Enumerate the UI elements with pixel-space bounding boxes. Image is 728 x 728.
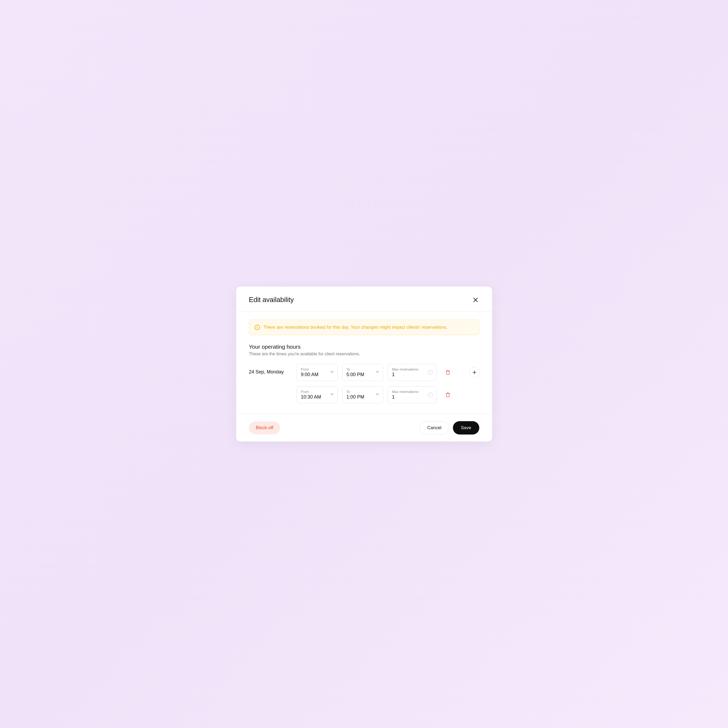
close-button[interactable] [472, 296, 479, 304]
edit-availability-modal: Edit availability There are reservations… [236, 286, 492, 442]
delete-row-button[interactable] [443, 368, 453, 377]
to-value: 1:00 PM [347, 394, 364, 399]
time-rows: From 9:00 AM To 5:00 PM Ma [297, 364, 480, 403]
field-label: From [301, 390, 333, 394]
info-icon [255, 325, 260, 330]
modal-footer: Block-off Cancel Save [236, 414, 492, 442]
section-subtitle: These are the times you're available for… [249, 352, 479, 356]
hours-container: 24 Sep, Monday From 9:00 AM To 5:00 PM [249, 364, 479, 403]
max-reservations-input[interactable]: Max revervations 1 [388, 364, 437, 381]
modal-header: Edit availability [236, 286, 492, 312]
delete-row-button[interactable] [443, 390, 453, 399]
footer-actions: Cancel Save [419, 421, 479, 434]
max-reservations-input[interactable]: Max revervations 1 [388, 386, 437, 403]
trash-icon [446, 370, 450, 375]
trash-icon [446, 392, 450, 397]
max-value: 1 [392, 372, 395, 377]
max-value: 1 [392, 394, 395, 399]
cancel-button[interactable]: Cancel [419, 421, 449, 434]
field-label: To [347, 367, 379, 371]
field-label: To [347, 390, 379, 394]
chevron-down-icon [376, 392, 379, 397]
to-select[interactable]: To 1:00 PM [342, 386, 383, 403]
add-row-button[interactable] [469, 367, 480, 378]
to-select[interactable]: To 5:00 PM [342, 364, 383, 381]
modal-title: Edit availability [249, 296, 294, 304]
warning-text: There are reservations booked for this d… [264, 325, 448, 330]
modal-body: There are reservations booked for this d… [236, 312, 492, 414]
field-label: Max revervations [392, 390, 432, 394]
from-value: 10:30 AM [301, 394, 321, 399]
date-label: 24 Sep, Monday [249, 364, 286, 375]
help-icon[interactable] [428, 392, 433, 397]
save-button[interactable]: Save [453, 421, 479, 434]
chevron-down-icon [376, 370, 379, 375]
from-select[interactable]: From 10:30 AM [297, 386, 338, 403]
time-row: From 10:30 AM To 1:00 PM M [297, 386, 480, 403]
chevron-down-icon [330, 370, 334, 375]
from-select[interactable]: From 9:00 AM [297, 364, 338, 381]
warning-banner: There are reservations booked for this d… [249, 320, 479, 335]
help-icon[interactable] [428, 370, 433, 375]
section-title: Your operating hours [249, 344, 479, 350]
chevron-down-icon [330, 392, 334, 397]
field-label: Max revervations [392, 367, 432, 371]
block-off-button[interactable]: Block-off [249, 421, 280, 434]
plus-icon [473, 370, 476, 374]
from-value: 9:00 AM [301, 372, 318, 377]
to-value: 5:00 PM [347, 372, 364, 377]
field-label: From [301, 367, 333, 371]
close-icon [473, 297, 478, 302]
time-row: From 9:00 AM To 5:00 PM Ma [297, 364, 480, 381]
